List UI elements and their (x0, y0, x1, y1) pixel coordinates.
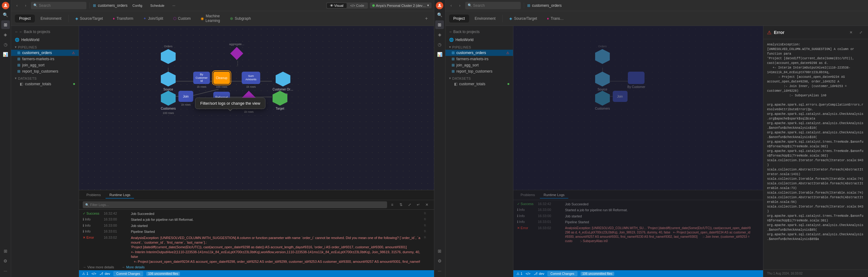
btn-subgraph[interactable]: ⊛ Subgraph (226, 14, 255, 23)
nav-back-btn[interactable]: ‹ (13, 2, 20, 9)
log-search-box[interactable]: 🔍 (83, 201, 387, 208)
status-bar-right: ⚠ 1 </> ⎇ dev Commit Changes 106 uncommi… (513, 270, 763, 277)
btn-join-split[interactable]: ✦ Join/Split (139, 14, 167, 23)
schedule-btn[interactable]: Schedule (147, 3, 167, 8)
error-expand-btn[interactable]: ⤢ (858, 29, 864, 36)
pipeline-canvas[interactable]: Orders aggregate… Source 1k rows (79, 26, 434, 190)
sidebar-pipeline-icon-r[interactable]: ⊞ (435, 20, 444, 29)
log-time-r2: 16:33:00 (538, 214, 563, 218)
log-copy-1[interactable]: ⎘ (424, 217, 430, 221)
log-sort-btn[interactable]: ⇅ (398, 201, 404, 208)
sidebar-clock-icon[interactable]: ◷ (1, 40, 10, 49)
log-tab-runtime[interactable]: Runtime Logs (105, 192, 134, 198)
pipeline-item-r-3[interactable]: ⊞ report_top_customers (445, 68, 513, 74)
log-row-r-3: ℹ Info 16:33:01 Pipeline Started (513, 219, 763, 225)
node-customers-r: Customers (595, 91, 610, 110)
custom-icon: ⬡ (173, 17, 176, 21)
sidebar-grid-icon[interactable]: ⊞ (1, 247, 10, 255)
tab-project-r[interactable]: Project (449, 14, 469, 23)
pipeline-item-r-0[interactable]: ⊞ customers_orders ⚠ (445, 50, 513, 56)
log-filter-input[interactable] (90, 203, 384, 207)
sidebar-clock-icon-r[interactable]: ◷ (435, 40, 444, 49)
sidebar-bookmark-icon[interactable]: ◈ (1, 30, 10, 39)
panel-left: 🔍 ⊞ ◈ ◷ 📊 ⊞ ⚙ ··· ‹ › 🔍 ⊞ customers_orde… (0, 0, 434, 277)
sidebar-search-icon-r[interactable]: 🔍 (435, 10, 444, 19)
search-box-left[interactable]: 🔍 (31, 2, 87, 9)
btn-transform[interactable]: ♦ Transform (108, 14, 137, 23)
view-code-btn[interactable]: </> Code (347, 3, 367, 8)
sidebar-chart-icon[interactable]: 📊 (1, 50, 10, 59)
dataset-item-0[interactable]: ◧ customer_totals (11, 81, 79, 87)
btn-source-target-r[interactable]: ◈ Source/Target (505, 14, 541, 23)
pipeline-item-0[interactable]: ⊞ customers_orders ⚠ (11, 50, 79, 56)
sidebar-settings-icon-r[interactable]: ⚙ (435, 257, 444, 265)
nav-forward-btn-r[interactable]: › (457, 2, 463, 9)
node-customers[interactable]: Customers 100 rows (161, 91, 176, 115)
sidebar-pipeline-icon[interactable]: ⊞ (1, 20, 10, 29)
back-to-projects-link[interactable]: ← ← Back to projects (11, 28, 79, 35)
status-branch[interactable]: ⎇ dev (99, 272, 110, 276)
log-copy-0[interactable]: ⎘ (424, 212, 430, 215)
log-expand-btn[interactable]: ⤢ (406, 201, 413, 208)
log-panel-right: Problems Runtime Logs ✓ Success 16:32:42… (513, 190, 763, 270)
node-sumamounts[interactable]: SumAmounts 1k rows (242, 72, 260, 88)
tab-environment-r[interactable]: Environment (470, 14, 500, 23)
commit-changes-btn-r[interactable]: Commit Changes (547, 271, 577, 276)
log-wrap-btn[interactable]: ↵ (415, 201, 422, 208)
node-bycustomerid[interactable]: ByCustomerId 1k rows (193, 72, 210, 88)
sidebar-more-icon[interactable]: ··· (1, 267, 10, 275)
nav-forward-btn[interactable]: › (22, 2, 29, 9)
cluster-badge[interactable]: Anya's Personal Cluster 2 (dev… ▾ (370, 2, 432, 8)
error-close-btn[interactable]: ✕ (848, 29, 855, 36)
back-to-projects-link-r[interactable]: ← Back to projects (445, 28, 513, 35)
log-tab-problems-r[interactable]: Problems (517, 192, 539, 198)
view-visual-btn[interactable]: 👁 Visual (327, 3, 347, 8)
sidebar-chart-icon-r[interactable]: 📊 (435, 50, 444, 59)
log-time-0: 16:32:42 (104, 212, 128, 215)
btn-custom[interactable]: ⬡ Custom (169, 14, 195, 23)
tab-environment[interactable]: Environment (36, 14, 65, 23)
sidebar-settings-icon[interactable]: ⚙ (1, 257, 10, 265)
status-branch-right[interactable]: ⎇ dev (534, 272, 545, 276)
pipeline-item-r-1[interactable]: ⊞ farmers-markets-irs (445, 56, 513, 62)
add-node-btn[interactable]: + (423, 15, 430, 22)
search-input-left[interactable] (39, 3, 79, 8)
btn-ml[interactable]: ◉ Machine Learning (196, 12, 224, 25)
node-orders[interactable]: Orders (161, 49, 176, 65)
dataset-item-r-0[interactable]: ◧ customer_totals (445, 81, 513, 87)
pipeline-item-icon-3: ⊞ (17, 69, 20, 73)
sidebar-search-icon[interactable]: 🔍 (1, 10, 10, 19)
more-details-link[interactable]: More details (126, 265, 145, 269)
pipeline-item-3[interactable]: ⊞ report_top_customers (11, 68, 79, 74)
pipeline-item-2[interactable]: ⊞ join_agg_sort (11, 62, 79, 68)
sidebar-grid-icon-r[interactable]: ⊞ (435, 247, 444, 255)
search-box-right[interactable]: 🔍 (465, 2, 521, 9)
tab-project[interactable]: Project (15, 14, 35, 23)
log-tab-runtime-r[interactable]: Runtime Logs (540, 192, 568, 198)
sidebar-bookmark-icon-r[interactable]: ◈ (435, 30, 444, 39)
pipeline-item-r-2[interactable]: ⊞ join_agg_sort (445, 62, 513, 68)
search-input-right[interactable] (473, 3, 513, 8)
node-cleanup[interactable]: Cleanup 100 rows (213, 72, 230, 88)
btn-transform-r[interactable]: ♦ Trans… (542, 14, 568, 23)
log-tab-problems[interactable]: Problems (83, 192, 104, 198)
log-copy-2[interactable]: ⎘ (424, 223, 430, 227)
log-copy-4[interactable]: ⎘ (424, 236, 430, 239)
nav-back-btn-r[interactable]: ‹ (448, 2, 455, 9)
config-btn[interactable]: Config (129, 3, 145, 8)
node-target[interactable]: Target (273, 91, 287, 110)
log-copy-3[interactable]: ⎘ (424, 229, 430, 233)
more-btn[interactable]: ··· (169, 3, 178, 8)
log-level-r2: ℹ Info (517, 214, 535, 218)
node-join-shape: Join (178, 91, 193, 102)
top-bar-left: ‹ › 🔍 ⊞ customers_orders Config Schedule… (11, 0, 434, 11)
node-aggregate2[interactable]: aggregate… (230, 47, 243, 60)
log-filter-btn[interactable]: ≡ (389, 201, 396, 208)
sidebar-more-icon-r[interactable]: ··· (435, 267, 444, 275)
commit-changes-btn[interactable]: Commit Changes (113, 271, 143, 276)
node-join[interactable]: Join 1k rows (178, 91, 193, 106)
pipeline-item-1[interactable]: ⊞ farmers-markets-irs (11, 56, 79, 62)
log-close-btn[interactable]: ✕ (424, 201, 430, 208)
code-bracket-icon-r: </> (526, 272, 531, 275)
btn-source-target[interactable]: ◈ Source/Target (71, 14, 107, 23)
